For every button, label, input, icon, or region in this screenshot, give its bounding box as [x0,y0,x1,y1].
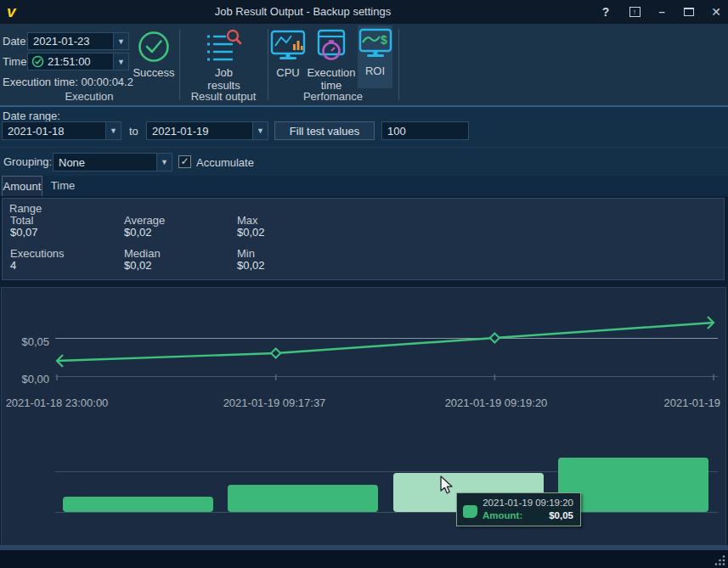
test-value-input[interactable] [381,121,469,140]
date-to-value: 2021-01-19 [147,125,252,138]
gridline-005 [55,338,718,339]
tooltip-value: $0,05 [549,509,573,522]
stat-median: Median $0,02 [124,248,234,272]
x-axis-label: 2021-01-19 [664,396,721,409]
cpu-label: CPU [276,66,299,79]
x-axis-label: 2021-01-19 09:19:20 [445,396,548,409]
execution-time-view-button[interactable]: Execution time [307,27,356,92]
tooltip-series-swatch-icon [463,505,477,518]
bar-0[interactable] [63,497,213,512]
close-button[interactable]: ✕ [706,0,726,24]
stat-value: $0,02 [237,227,347,239]
grouping-value: None [54,156,156,169]
grouping-combobox[interactable]: None ▼ [53,153,172,172]
chevron-down-icon[interactable]: ▼ [113,53,128,70]
time-label: Time: [3,55,30,68]
chevron-down-icon[interactable]: ▼ [252,122,268,139]
title-bar: v Job Result Output - Backup settings ? … [0,0,728,24]
to-label: to [129,125,138,138]
stat-label: Total [10,215,121,227]
bar-1[interactable] [228,485,378,512]
date-to-combobox[interactable]: 2021-01-19 ▼ [146,121,268,140]
fill-test-values-button[interactable]: Fill test values [274,121,375,140]
execution-time-text: Execution time: 00:00:04.2 [3,76,133,88]
roi-label: ROI [365,65,385,77]
y-axis-label-005: $0,05 [5,336,49,348]
window-title: Job Result Output - Backup settings [0,0,606,24]
stat-executions: Executions 4 [10,248,121,272]
restore-icon: ↑ [629,7,641,17]
job-results-icon [206,27,243,66]
date-range-label: Date range: [3,110,60,122]
tab-bar: Amount Time [0,176,728,196]
range-stats-panel: Range Total $0,07 Average $0,02 Max $0,0… [2,198,725,280]
group-caption-result-output: Result output [180,90,267,104]
stat-label: Average [124,215,234,227]
stat-value: $0,02 [237,260,347,272]
cpu-chart-icon [270,27,306,66]
x-axis-line [55,376,718,377]
maximize-icon [684,8,694,16]
app-window: v Job Result Output - Backup settings ? … [0,0,728,568]
time-combobox[interactable]: 21:51:00 ▼ [27,53,129,70]
grouping-label: Grouping: [3,155,52,168]
cpu-view-button[interactable]: CPU [269,27,307,79]
stat-max: Max $0,02 [237,215,347,239]
chevron-down-icon[interactable]: ▼ [113,33,128,49]
ribbon: Date: 2021-01-23 ▼ Time: 21:51:00 ▼ Exec… [0,24,728,105]
maximize-button[interactable] [679,0,699,24]
time-combobox-value: 21:51:00 [44,55,113,68]
restore-window-button[interactable]: ↑ [624,0,645,24]
tab-amount[interactable]: Amount [2,176,42,196]
date-label: Date: [3,35,29,48]
tooltip-date: 2021-01-19 09:19:20 [483,497,573,509]
range-title: Range [9,202,42,215]
group-caption-execution: Execution [0,90,178,104]
date-combobox[interactable]: 2021-01-23 ▼ [27,32,129,50]
accumulate-label: Accumulate [196,156,254,169]
bar-baseline [55,512,718,513]
check-circle-icon [31,55,44,68]
resize-grip[interactable] [714,554,726,566]
success-check-icon [137,27,171,66]
mouse-cursor-icon [439,475,458,496]
stat-average: Average $0,02 [124,215,234,239]
group-caption-performance: Perfomance [268,90,398,104]
stat-value: $0,02 [124,227,234,239]
stat-value: 4 [10,260,121,272]
date-from-combobox[interactable]: 2021-01-18 ▼ [2,121,121,140]
stat-label: Executions [10,248,121,260]
stat-label: Max [237,215,347,227]
help-button[interactable]: ? [595,0,616,24]
minimize-button[interactable]: – [652,0,672,24]
date-combobox-value: 2021-01-23 [28,35,113,48]
stat-total: Total $0,07 [10,215,121,239]
chevron-down-icon[interactable]: ▼ [156,154,172,171]
chevron-down-icon[interactable]: ▼ [105,122,121,139]
success-status: Success [132,27,176,79]
stat-label: Median [124,248,234,260]
roi-chart-icon: $ [358,25,392,65]
ribbon-divider [398,29,399,100]
roi-view-button[interactable]: $ ROI [358,25,392,88]
x-axis-label: 2021-01-18 23:00:00 [6,396,109,409]
svg-text:$: $ [381,33,387,47]
tooltip-series-label: Amount: [483,509,522,522]
stat-value: $0,02 [124,260,234,272]
success-label: Success [133,66,174,79]
grouping-section: Grouping: None ▼ ✓ Accumulate [0,147,728,176]
stat-label: Min [237,248,347,260]
stopwatch-icon [315,27,347,66]
date-range-section: Date range: 2021-01-18 ▼ to 2021-01-19 ▼… [0,107,728,147]
status-bar [0,550,728,568]
job-results-button[interactable]: Job results [183,27,264,92]
execution-time-label: Execution [307,66,355,79]
y-axis-label-000: $0,00 [5,374,49,385]
tab-time[interactable]: Time [44,176,82,196]
chart-tooltip: 2021-01-19 09:19:20 Amount: $0,05 [456,492,581,526]
stat-min: Min $0,02 [237,248,347,272]
accumulate-checkbox[interactable]: ✓ [178,155,191,168]
job-results-label: Job [215,66,233,79]
stat-value: $0,07 [10,227,121,239]
date-from-value: 2021-01-18 [3,125,105,138]
